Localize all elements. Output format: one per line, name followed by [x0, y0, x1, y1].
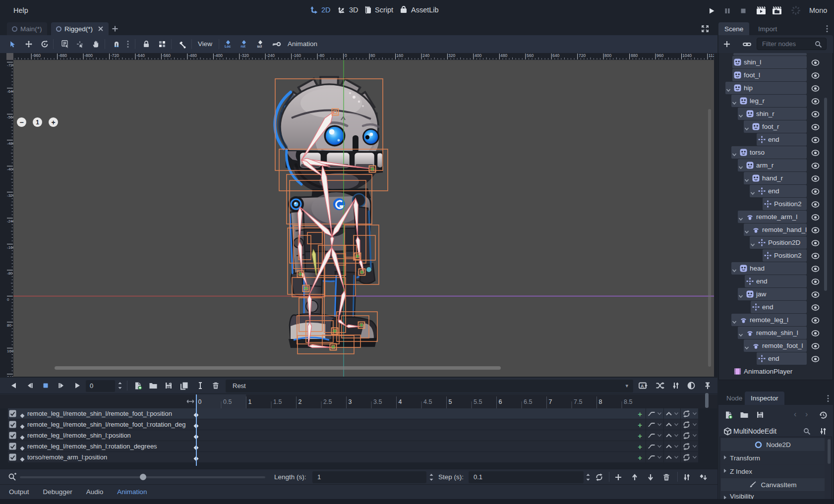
svg-text:-320: -320	[240, 53, 249, 58]
svg-text:4: 4	[399, 398, 402, 405]
svg-text:6: 6	[499, 398, 502, 405]
svg-text:-960: -960	[32, 53, 41, 58]
svg-text:-640: -640	[136, 53, 145, 58]
svg-text:160: 160	[396, 53, 403, 58]
svg-text:480: 480	[500, 53, 507, 58]
svg-text:8: 8	[599, 398, 602, 405]
svg-text:1.5: 1.5	[273, 398, 282, 405]
svg-text:800: 800	[604, 53, 611, 58]
svg-text:0.5: 0.5	[223, 398, 232, 405]
svg-text:Loc: Loc	[225, 45, 231, 48]
svg-text:-480: -480	[188, 53, 197, 58]
svg-text:960: 960	[656, 53, 663, 58]
svg-text:1120: 1120	[709, 53, 714, 58]
svg-text:5.5: 5.5	[474, 398, 482, 405]
svg-text:880: 880	[631, 53, 638, 58]
svg-text:640: 640	[552, 53, 559, 58]
svg-text:4.5: 4.5	[423, 398, 432, 405]
svg-text:240: 240	[7, 375, 13, 377]
svg-text:0: 0	[345, 53, 347, 58]
svg-text:240: 240	[422, 53, 429, 58]
svg-text:-400: -400	[214, 53, 223, 58]
svg-text:320: 320	[448, 53, 455, 58]
svg-text:2: 2	[298, 398, 302, 405]
svg-text:-880: -880	[59, 53, 67, 58]
svg-text:560: 560	[527, 53, 534, 58]
svg-text:-240: -240	[266, 53, 275, 58]
svg-text:scl: scl	[257, 45, 262, 48]
svg-text:-80: -80	[318, 53, 325, 58]
svg-text:7.5: 7.5	[574, 398, 582, 405]
svg-text:80: 80	[7, 323, 11, 328]
svg-text:720: 720	[579, 53, 586, 58]
svg-text:A: A	[641, 384, 644, 389]
svg-text:rot: rot	[241, 45, 246, 48]
svg-text:400: 400	[475, 53, 481, 58]
svg-text:-800: -800	[84, 53, 93, 58]
svg-text:-160: -160	[293, 53, 301, 58]
svg-text:5: 5	[449, 398, 452, 405]
svg-text:0: 0	[7, 297, 9, 302]
svg-text:-560: -560	[162, 53, 171, 58]
svg-text:80: 80	[370, 53, 375, 58]
svg-text:8.5: 8.5	[624, 398, 632, 405]
svg-text:3: 3	[349, 398, 352, 405]
svg-text:7: 7	[549, 398, 552, 405]
svg-text:6.5: 6.5	[524, 398, 532, 405]
svg-text:1040: 1040	[682, 53, 692, 58]
svg-text:2.5: 2.5	[323, 398, 332, 405]
svg-text:0: 0	[198, 398, 202, 405]
svg-text:-720: -720	[111, 53, 119, 58]
svg-text:1: 1	[248, 398, 252, 405]
svg-text:3.5: 3.5	[373, 398, 382, 405]
